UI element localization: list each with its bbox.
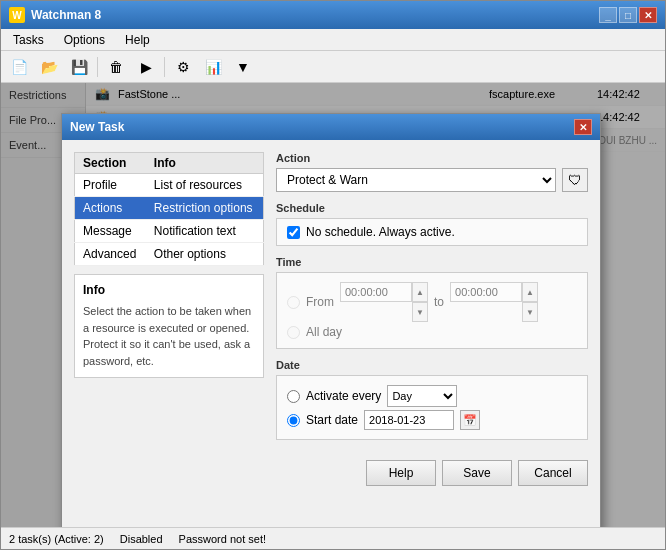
allday-row: All day xyxy=(287,325,577,339)
time-section-wrapper: Time From 00:00:00 ▲ ▼ xyxy=(276,256,588,349)
no-schedule-label: No schedule. Always active. xyxy=(306,225,455,239)
save-button[interactable]: Save xyxy=(442,460,512,486)
run-button[interactable]: ▶ xyxy=(132,54,160,80)
info-box-text: Select the action to be taken when a res… xyxy=(83,303,255,369)
help-button[interactable]: Help xyxy=(366,460,436,486)
menu-options[interactable]: Options xyxy=(56,31,113,49)
info-box: Info Select the action to be taken when … xyxy=(74,274,264,378)
col-section: Section xyxy=(75,153,146,174)
time-to-up[interactable]: ▲ xyxy=(522,282,538,302)
time-label: Time xyxy=(276,256,588,268)
time-from-input[interactable]: 00:00:00 xyxy=(340,282,412,302)
status-disabled: Disabled xyxy=(120,533,163,545)
dialog-body: Section Info Profile List of resources A… xyxy=(62,140,600,452)
action-row: Protect & Warn Block Allow Ask password … xyxy=(276,168,588,192)
dialog-footer: Help Save Cancel xyxy=(62,452,600,494)
date-label: Date xyxy=(276,359,588,371)
start-date-label: Start date xyxy=(306,413,358,427)
toolbar: 📄 📂 💾 🗑 ▶ ⚙ 📊 ▼ xyxy=(1,51,665,83)
cancel-button[interactable]: Cancel xyxy=(518,460,588,486)
nav-row-message[interactable]: Message Notification text xyxy=(75,220,264,243)
dialog-close-button[interactable]: ✕ xyxy=(574,119,592,135)
date-section-wrapper: Date Activate every Day Week Month xyxy=(276,359,588,440)
app-icon: W xyxy=(9,7,25,23)
info-box-title: Info xyxy=(83,283,255,297)
menu-bar: Tasks Options Help xyxy=(1,29,665,51)
modal-overlay: New Task ✕ Section Info Profile xyxy=(1,83,665,527)
start-date-input[interactable] xyxy=(364,410,454,430)
dialog-title: New Task xyxy=(70,120,124,134)
start-date-radio[interactable] xyxy=(287,414,300,427)
open-button[interactable]: 📂 xyxy=(35,54,63,80)
allday-radio[interactable] xyxy=(287,326,300,339)
activate-every-row: Activate every Day Week Month xyxy=(287,385,577,407)
main-window: W Watchman 8 _ □ ✕ Tasks Options Help 📄 … xyxy=(0,0,666,550)
minimize-button[interactable]: _ xyxy=(599,7,617,23)
schedule-label: Schedule xyxy=(276,202,588,214)
action-icon-button[interactable]: 🛡 xyxy=(562,168,588,192)
window-controls: _ □ ✕ xyxy=(599,7,657,23)
maximize-button[interactable]: □ xyxy=(619,7,637,23)
status-password: Password not set! xyxy=(179,533,266,545)
dialog-title-bar: New Task ✕ xyxy=(62,114,600,140)
col-info: Info xyxy=(146,153,264,174)
time-to-down[interactable]: ▼ xyxy=(522,302,538,322)
action-select[interactable]: Protect & Warn Block Allow Ask password xyxy=(276,168,556,192)
chart-button[interactable]: 📊 xyxy=(199,54,227,80)
new-button[interactable]: 📄 xyxy=(5,54,33,80)
no-schedule-checkbox[interactable] xyxy=(287,226,300,239)
menu-tasks[interactable]: Tasks xyxy=(5,31,52,49)
activate-every-label: Activate every xyxy=(306,389,381,403)
action-section: Action Protect & Warn Block Allow Ask pa… xyxy=(276,152,588,192)
title-bar: W Watchman 8 _ □ ✕ xyxy=(1,1,665,29)
activate-every-radio[interactable] xyxy=(287,390,300,403)
dropdown-arrow[interactable]: ▼ xyxy=(229,54,257,80)
to-label: to xyxy=(434,295,444,309)
toolbar-separator-2 xyxy=(164,57,165,77)
nav-table: Section Info Profile List of resources A… xyxy=(74,152,264,266)
from-label: From xyxy=(306,295,334,309)
calendar-icon-button[interactable]: 📅 xyxy=(460,410,480,430)
time-to-input[interactable] xyxy=(450,282,522,302)
settings-button[interactable]: ⚙ xyxy=(169,54,197,80)
toolbar-separator xyxy=(97,57,98,77)
right-panel: Action Protect & Warn Block Allow Ask pa… xyxy=(276,152,588,440)
nav-row-actions[interactable]: Actions Restriction options xyxy=(75,197,264,220)
new-task-dialog: New Task ✕ Section Info Profile xyxy=(61,113,601,527)
nav-panel: Section Info Profile List of resources A… xyxy=(74,152,264,440)
delete-button[interactable]: 🗑 xyxy=(102,54,130,80)
day-select[interactable]: Day Week Month xyxy=(387,385,457,407)
start-date-row: Start date 📅 xyxy=(287,410,577,430)
content-area: Restrictions File Pro... Event... 📸 Fast… xyxy=(1,83,665,527)
save-button[interactable]: 💾 xyxy=(65,54,93,80)
close-window-button[interactable]: ✕ xyxy=(639,7,657,23)
time-from-radio[interactable] xyxy=(287,296,300,309)
window-title: Watchman 8 xyxy=(31,8,101,22)
time-from-row: From 00:00:00 ▲ ▼ to xyxy=(287,282,577,322)
schedule-section: Schedule No schedule. Always active. xyxy=(276,202,588,246)
nav-row-profile[interactable]: Profile List of resources xyxy=(75,174,264,197)
status-bar: 2 task(s) (Active: 2) Disabled Password … xyxy=(1,527,665,549)
allday-label: All day xyxy=(306,325,342,339)
action-label: Action xyxy=(276,152,588,164)
nav-row-advanced[interactable]: Advanced Other options xyxy=(75,243,264,266)
task-count: 2 task(s) (Active: 2) xyxy=(9,533,104,545)
time-from-down[interactable]: ▼ xyxy=(412,302,428,322)
time-from-up[interactable]: ▲ xyxy=(412,282,428,302)
menu-help[interactable]: Help xyxy=(117,31,158,49)
no-schedule-row: No schedule. Always active. xyxy=(287,225,577,239)
